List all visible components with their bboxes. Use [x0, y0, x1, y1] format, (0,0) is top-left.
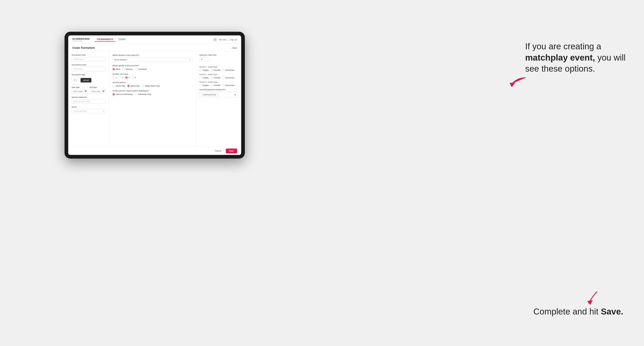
round1-singles[interactable]: Singles	[199, 69, 209, 71]
logo-label: Tournament logo	[72, 74, 106, 76]
name-label: Tournament name	[72, 64, 106, 66]
nav-tournaments[interactable]: TOURNAMENTS	[94, 37, 115, 42]
end-calendar-icon: 📅	[102, 90, 104, 92]
round2-fourball-radio[interactable]	[210, 77, 213, 79]
individuals-radio[interactable]	[135, 93, 137, 96]
api-select[interactable]: Leaderboard King × ▲	[199, 92, 238, 97]
upload-button[interactable]: Upload	[80, 78, 92, 82]
round-1-label: 1	[116, 77, 117, 79]
scoring-match[interactable]: Match Play	[127, 85, 140, 87]
round3-foursomes[interactable]: Foursomes	[222, 84, 234, 87]
round1-foursomes-label: Foursomes	[225, 69, 234, 71]
api-section: Use third-party live scoring API? Leader…	[199, 89, 238, 97]
round2-singles[interactable]: Singles	[199, 77, 209, 79]
annotation-right-text1: If you are creating a	[525, 41, 601, 51]
teams-label-text: Teams (+Individuals)	[116, 93, 133, 95]
round2-singles-radio[interactable]	[199, 77, 202, 79]
venue-select[interactable]: Search golf club	[72, 109, 106, 113]
round3-options: Singles Fourball Foursomes	[199, 84, 238, 87]
scoring-medal[interactable]: Medal Match Play	[142, 85, 160, 87]
round-4-radio[interactable]	[132, 76, 134, 79]
individuals-option[interactable]: Individuals Only	[135, 93, 151, 96]
round2-fourball-label: Fourball	[214, 77, 220, 79]
venue-label: Venue	[72, 106, 106, 108]
round3-fourball-radio[interactable]	[210, 84, 213, 87]
round3-fourball-label: Fourball	[214, 84, 220, 86]
logo-text: SCOREBOARD	[72, 38, 90, 40]
round-1[interactable]: 1	[112, 76, 117, 79]
gender-label: Which gender is the event for?	[112, 64, 192, 67]
round3-singles-label: Singles	[203, 84, 209, 86]
round1-options: Singles Fourball Foursomes	[199, 69, 238, 71]
gender-mens[interactable]: Mens	[112, 68, 120, 70]
round3-singles-radio[interactable]	[199, 84, 202, 87]
round-2-label: 2	[122, 77, 123, 79]
scoring-radio-group: Stroke Play Match Play Medal Match Play	[112, 85, 192, 87]
round1-singles-radio[interactable]	[199, 69, 202, 71]
logo-sub: Powered by clippit	[72, 40, 90, 41]
name-input[interactable]	[72, 67, 106, 71]
round-3-radio[interactable]	[125, 76, 128, 79]
gender-mens-radio[interactable]	[112, 68, 115, 70]
division-select[interactable]: NCAA Division I	[112, 57, 192, 62]
cancel-button[interactable]: Cancel	[212, 149, 224, 153]
gender-group: Which gender is the event for? Mens Wome…	[112, 64, 192, 70]
api-dropdown-arrow: ▲	[234, 94, 236, 96]
round3-foursomes-label: Foursomes	[225, 84, 234, 86]
round3-singles[interactable]: Singles	[199, 84, 209, 87]
gender-womens-radio[interactable]	[122, 68, 125, 70]
panel-header: Create Tournament ← Back	[68, 44, 241, 51]
round-4-label: 4	[135, 77, 136, 79]
scoring-match-label: Match Play	[130, 85, 140, 87]
end-label: End date	[90, 86, 106, 88]
save-button[interactable]: Save	[226, 149, 237, 153]
round1-fourball[interactable]: Fourball	[210, 69, 220, 71]
gender-combined-label: Combined	[138, 68, 146, 70]
round2-singles-label: Singles	[203, 77, 209, 79]
gender-combined-radio[interactable]	[135, 68, 137, 70]
scoring-stroke-label: Stroke Play	[116, 85, 125, 87]
round2-options: Singles Fourball Foursomes	[199, 77, 238, 79]
round2-label: Round 2 - Match Type	[199, 73, 238, 75]
host-input[interactable]	[72, 57, 106, 61]
round-4[interactable]: 4	[132, 76, 136, 79]
gender-womens[interactable]: Womens	[122, 68, 133, 70]
back-button[interactable]: ← Back	[230, 47, 237, 49]
sign-out-link[interactable]: Sign out	[230, 39, 237, 41]
teams-radio[interactable]	[112, 93, 115, 96]
teams-group: Is this event for Teams and/or Individua…	[112, 90, 192, 96]
round1-label: Round 1 - Match Type	[199, 66, 238, 68]
round2-foursomes-label: Foursomes	[225, 77, 234, 79]
round1-fourball-radio[interactable]	[210, 69, 213, 71]
host-label: Tournament Host	[72, 54, 106, 56]
end-date-group: End date 📅	[90, 86, 106, 94]
round3-fourball[interactable]: Fourball	[210, 84, 220, 87]
scoring-stroke[interactable]: Stroke Play	[112, 85, 125, 87]
round1-foursomes-radio[interactable]	[222, 69, 224, 71]
round-1-radio[interactable]	[112, 76, 115, 79]
panel-title: Create Tournament	[72, 46, 95, 49]
scoring-medal-radio[interactable]	[142, 85, 144, 87]
teams-option[interactable]: Teams (+Individuals)	[112, 93, 133, 96]
host-group: Tournament Host	[72, 54, 106, 61]
round2-foursomes-radio[interactable]	[222, 77, 224, 79]
round-2-radio[interactable]	[119, 76, 121, 79]
max-team-input[interactable]	[199, 57, 210, 61]
round-3[interactable]: 3	[125, 76, 130, 79]
round2-foursomes[interactable]: Foursomes	[222, 77, 234, 79]
logo-group: Tournament logo Upload	[72, 74, 106, 84]
gender-combined[interactable]: Combined	[135, 68, 146, 70]
venue-group: Venue Search golf club ▼	[72, 106, 106, 113]
sponsor-input[interactable]	[72, 99, 106, 104]
start-label: Start date	[72, 86, 88, 88]
nav-teams[interactable]: TEAMS	[116, 37, 128, 42]
scoring-match-radio[interactable]	[127, 85, 130, 87]
api-tag-remove[interactable]: ×	[216, 94, 218, 96]
round-2[interactable]: 2	[119, 76, 123, 79]
annotation-bottom: Complete and hit Save.	[533, 306, 632, 317]
round1-foursomes[interactable]: Foursomes	[222, 69, 234, 71]
round3-foursomes-radio[interactable]	[222, 84, 224, 87]
start-date-group: Start date 📅	[72, 86, 88, 94]
round2-fourball[interactable]: Fourball	[210, 77, 220, 79]
scoring-stroke-radio[interactable]	[112, 85, 115, 87]
